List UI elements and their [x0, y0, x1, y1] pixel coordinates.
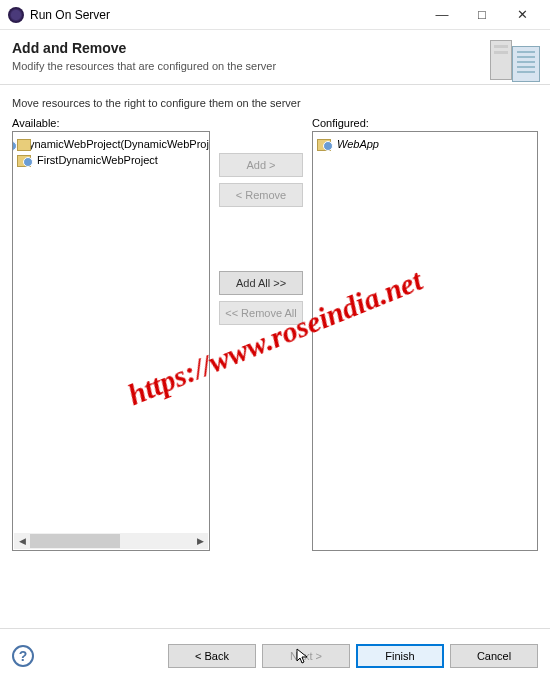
- titlebar: Run On Server ― □ ✕: [0, 0, 550, 30]
- scroll-left-arrow[interactable]: ◀: [14, 533, 30, 549]
- instruction-text: Move resources to the right to configure…: [12, 97, 538, 109]
- project-icon: [17, 153, 33, 167]
- maximize-button[interactable]: □: [462, 3, 502, 27]
- finish-button[interactable]: Finish: [356, 644, 444, 668]
- add-all-button[interactable]: Add All >>: [219, 271, 303, 295]
- add-button[interactable]: Add >: [219, 153, 303, 177]
- list-item-label: FirstDynamicWebProject: [37, 154, 158, 166]
- horizontal-scrollbar[interactable]: ◀ ▶: [14, 533, 208, 549]
- close-button[interactable]: ✕: [502, 3, 542, 27]
- list-item[interactable]: DynamicWebProject(DynamicWebProject): [15, 136, 207, 152]
- remove-button[interactable]: < Remove: [219, 183, 303, 207]
- back-button[interactable]: < Back: [168, 644, 256, 668]
- eclipse-icon: [8, 7, 24, 23]
- window-title: Run On Server: [30, 8, 110, 22]
- minimize-button[interactable]: ―: [422, 3, 462, 27]
- page-title: Add and Remove: [12, 40, 538, 56]
- scroll-right-arrow[interactable]: ▶: [192, 533, 208, 549]
- help-icon[interactable]: ?: [12, 645, 34, 667]
- list-item[interactable]: WebApp: [315, 136, 535, 152]
- project-icon: [317, 137, 333, 151]
- wizard-footer: ? < Back Next > Finish Cancel: [0, 628, 550, 682]
- next-button[interactable]: Next >: [262, 644, 350, 668]
- page-subtitle: Modify the resources that are configured…: [12, 60, 538, 72]
- available-label: Available:: [12, 117, 210, 129]
- content-area: Move resources to the right to configure…: [0, 85, 550, 563]
- cancel-button[interactable]: Cancel: [450, 644, 538, 668]
- server-banner-icon: [488, 38, 540, 86]
- wizard-header: Add and Remove Modify the resources that…: [0, 30, 550, 85]
- list-item[interactable]: FirstDynamicWebProject: [15, 152, 207, 168]
- list-item-label: DynamicWebProject(DynamicWebProject): [21, 138, 210, 150]
- scroll-thumb[interactable]: [30, 534, 120, 548]
- remove-all-button[interactable]: << Remove All: [219, 301, 303, 325]
- list-item-label: WebApp: [337, 138, 379, 150]
- configured-listbox[interactable]: WebApp: [312, 131, 538, 551]
- configured-label: Configured:: [312, 117, 538, 129]
- available-listbox[interactable]: DynamicWebProject(DynamicWebProject) Fir…: [12, 131, 210, 551]
